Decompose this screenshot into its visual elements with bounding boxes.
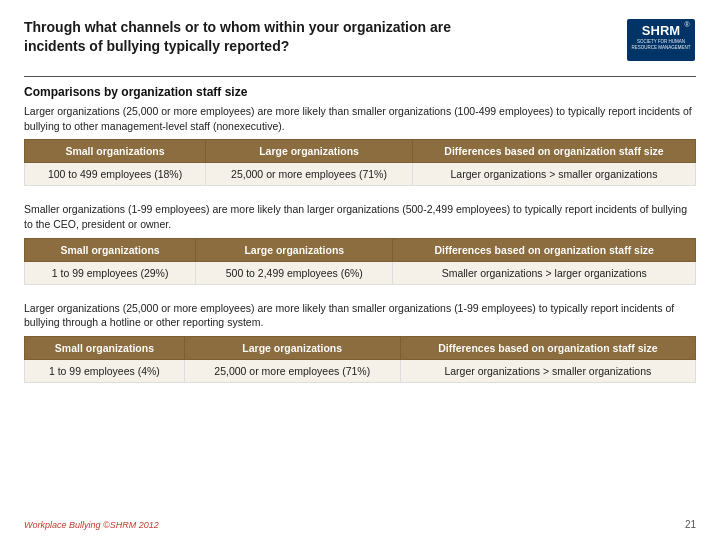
section-block-3: Larger organizations (25,000 or more emp… xyxy=(24,301,696,391)
footer: Workplace Bullying ©SHRM 2012 21 xyxy=(24,515,696,530)
table1-cell-large: 25,000 or more employees (71%) xyxy=(206,163,413,186)
table-2: Small organizations Large organizations … xyxy=(24,238,696,285)
section-block-2: Smaller organizations (1-99 employees) a… xyxy=(24,202,696,292)
title-block: Through what channels or to whom within … xyxy=(24,18,616,56)
title-line2: incidents of bullying typically reported… xyxy=(24,38,289,54)
shrm-logo: SHRM SOCIETY FOR HUMAN RESOURCE MANAGEME… xyxy=(626,18,696,62)
title-line1: Through what channels or to whom within … xyxy=(24,19,451,35)
table1-header-small: Small organizations xyxy=(25,140,206,163)
table1-cell-diff: Larger organizations > smaller organizat… xyxy=(412,163,695,186)
header-divider xyxy=(24,76,696,77)
table3-header-large: Large organizations xyxy=(184,337,400,360)
svg-text:SHRM: SHRM xyxy=(642,23,680,38)
table-row: 1 to 99 employees (29%) 500 to 2,499 emp… xyxy=(25,261,696,284)
table-row: 1 to 99 employees (4%) 25,000 or more em… xyxy=(25,360,696,383)
body-text-2: Smaller organizations (1-99 employees) a… xyxy=(24,202,696,231)
table3-cell-diff: Larger organizations > smaller organizat… xyxy=(400,360,695,383)
table2-header-small: Small organizations xyxy=(25,238,196,261)
header: Through what channels or to whom within … xyxy=(24,18,696,62)
table1-header-large: Large organizations xyxy=(206,140,413,163)
svg-text:SOCIETY FOR HUMAN: SOCIETY FOR HUMAN xyxy=(637,39,685,44)
table2-header-diff: Differences based on organization staff … xyxy=(393,238,696,261)
table2-cell-small: 1 to 99 employees (29%) xyxy=(25,261,196,284)
table3-cell-small: 1 to 99 employees (4%) xyxy=(25,360,185,383)
table2-header-large: Large organizations xyxy=(196,238,393,261)
page: Through what channels or to whom within … xyxy=(0,0,720,540)
table3-header-small: Small organizations xyxy=(25,337,185,360)
body-text-3: Larger organizations (25,000 or more emp… xyxy=(24,301,696,330)
table3-cell-large: 25,000 or more employees (71%) xyxy=(184,360,400,383)
page-title: Through what channels or to whom within … xyxy=(24,18,616,56)
table2-cell-diff: Smaller organizations > larger organizat… xyxy=(393,261,696,284)
page-number: 21 xyxy=(685,519,696,530)
table1-header-diff: Differences based on organization staff … xyxy=(412,140,695,163)
table1-cell-small: 100 to 499 employees (18%) xyxy=(25,163,206,186)
table2-cell-large: 500 to 2,499 employees (6%) xyxy=(196,261,393,284)
svg-text:®: ® xyxy=(684,21,690,28)
table-row: 100 to 499 employees (18%) 25,000 or mor… xyxy=(25,163,696,186)
table3-header-diff: Differences based on organization staff … xyxy=(400,337,695,360)
section-block-1: Larger organizations (25,000 or more emp… xyxy=(24,104,696,194)
section-heading: Comparisons by organization staff size xyxy=(24,85,696,99)
table-1: Small organizations Large organizations … xyxy=(24,139,696,186)
footer-credit: Workplace Bullying ©SHRM 2012 xyxy=(24,520,159,530)
body-text-1: Larger organizations (25,000 or more emp… xyxy=(24,104,696,133)
svg-text:RESOURCE MANAGEMENT: RESOURCE MANAGEMENT xyxy=(631,45,690,50)
table-3: Small organizations Large organizations … xyxy=(24,336,696,383)
